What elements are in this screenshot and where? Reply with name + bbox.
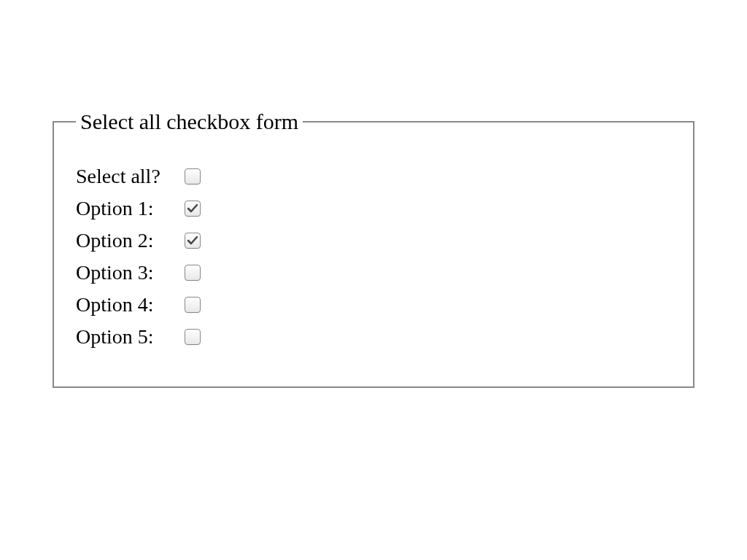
select-all-form: Select all checkbox form Select all? Opt…	[53, 109, 694, 388]
option-3-checkbox[interactable]	[185, 265, 201, 281]
option-1-checkbox[interactable]	[185, 201, 201, 217]
select-all-label: Select all?	[76, 165, 182, 188]
option-label: Option 3:	[76, 261, 182, 284]
option-5-checkbox[interactable]	[185, 329, 201, 345]
check-icon	[187, 203, 198, 214]
option-row: Option 1:	[76, 197, 671, 220]
option-2-checkbox[interactable]	[185, 233, 201, 249]
option-row: Option 5:	[76, 325, 671, 349]
select-all-checkbox[interactable]	[185, 168, 201, 184]
form-legend: Select all checkbox form	[76, 109, 303, 134]
option-label: Option 1:	[76, 197, 182, 220]
option-row: Option 3:	[76, 261, 671, 284]
option-label: Option 4:	[76, 293, 182, 316]
option-row: Option 2:	[76, 229, 671, 252]
select-all-row: Select all?	[76, 165, 671, 188]
option-label: Option 2:	[76, 229, 182, 252]
option-row: Option 4:	[76, 293, 671, 316]
check-icon	[187, 235, 198, 246]
option-label: Option 5:	[76, 325, 182, 349]
option-4-checkbox[interactable]	[185, 297, 201, 313]
